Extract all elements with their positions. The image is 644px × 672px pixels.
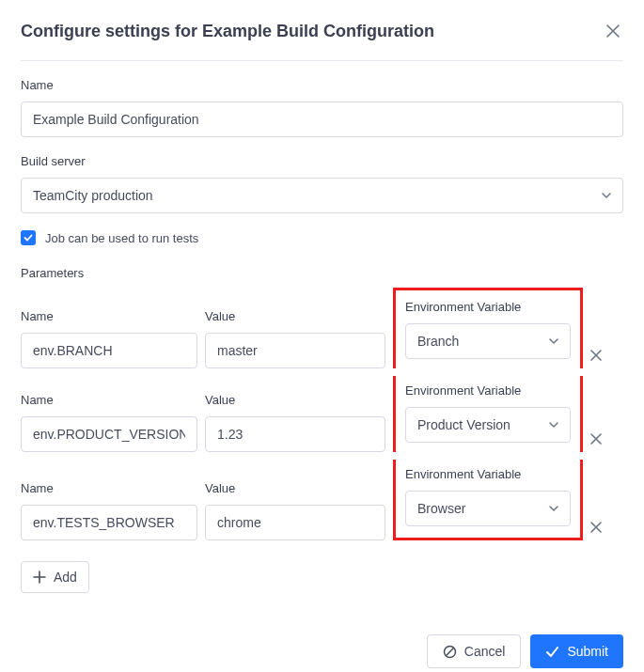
submit-button-label: Submit: [567, 644, 608, 659]
param-env-value[interactable]: [405, 323, 571, 359]
param-env-select[interactable]: [405, 407, 571, 443]
param-name-label: Name: [21, 393, 197, 407]
build-server-value[interactable]: [21, 178, 623, 213]
job-tests-checkbox-label: Job can be used to run tests: [45, 231, 198, 245]
plus-icon: [33, 570, 46, 584]
parameter-row: Name Value Environment Variable: [21, 376, 623, 452]
param-env-label: Environment Variable: [405, 467, 571, 481]
name-input[interactable]: [21, 102, 623, 137]
name-field-group: Name: [21, 78, 623, 137]
param-name-label: Name: [21, 481, 197, 495]
dialog-title: Configure settings for Example Build Con…: [21, 22, 434, 41]
param-env-label: Environment Variable: [405, 383, 571, 398]
param-env-select[interactable]: [405, 491, 571, 526]
add-button-label: Add: [54, 570, 77, 585]
param-value-input[interactable]: [205, 505, 385, 540]
param-delete-button[interactable]: [590, 350, 602, 361]
cancel-icon: [443, 645, 457, 659]
param-value-label: Value: [205, 481, 385, 495]
close-icon: [590, 433, 602, 445]
param-name-label: Name: [21, 309, 197, 323]
param-name-input[interactable]: [21, 416, 197, 452]
parameter-row: Name Value Environment Variable: [21, 288, 623, 368]
job-tests-checkbox-row[interactable]: Job can be used to run tests: [21, 230, 623, 245]
close-button[interactable]: [603, 21, 623, 41]
param-value-input[interactable]: [205, 416, 385, 452]
param-value-input[interactable]: [205, 333, 385, 368]
parameters-section-label: Parameters: [21, 266, 623, 280]
cancel-button[interactable]: Cancel: [427, 634, 522, 668]
dialog-header: Configure settings for Example Build Con…: [21, 21, 623, 61]
build-server-label: Build server: [21, 154, 623, 168]
name-label: Name: [21, 78, 623, 92]
close-icon: [590, 522, 602, 533]
job-tests-checkbox[interactable]: [21, 230, 36, 245]
add-parameter-button[interactable]: Add: [21, 561, 89, 593]
param-env-value[interactable]: [405, 491, 571, 526]
submit-button[interactable]: Submit: [530, 634, 623, 668]
cancel-button-label: Cancel: [464, 644, 506, 659]
build-server-field-group: Build server: [21, 154, 623, 213]
param-env-value[interactable]: [405, 407, 571, 443]
param-name-input[interactable]: [21, 505, 197, 540]
param-env-select[interactable]: [405, 323, 571, 359]
param-env-label: Environment Variable: [405, 300, 571, 314]
param-value-label: Value: [205, 393, 385, 407]
build-server-select[interactable]: [21, 178, 623, 213]
close-icon: [606, 24, 620, 38]
param-delete-button[interactable]: [590, 433, 602, 445]
close-icon: [590, 350, 602, 361]
param-name-input[interactable]: [21, 333, 197, 368]
check-icon: [24, 233, 33, 242]
dialog-footer: Cancel Submit: [21, 634, 623, 668]
parameter-row: Name Value Environment Variable: [21, 460, 623, 540]
check-icon: [545, 645, 559, 659]
param-value-label: Value: [205, 309, 385, 323]
parameters-area: Name Value Environment Variable Name: [21, 288, 623, 540]
param-delete-button[interactable]: [590, 522, 602, 533]
